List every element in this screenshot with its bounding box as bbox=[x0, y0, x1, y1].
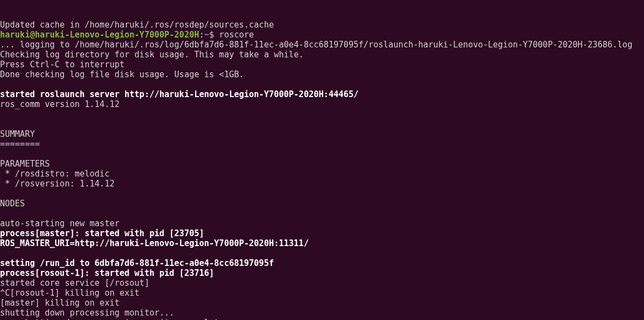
output-line: * /rosdistro: melodic bbox=[0, 169, 110, 179]
output-line: [master] killing on exit bbox=[0, 298, 120, 308]
output-line: * /rosversion: 1.14.12 bbox=[0, 179, 115, 189]
output-line: ======== bbox=[0, 139, 40, 149]
output-line: Done checking log file disk usage. Usage… bbox=[0, 70, 244, 79]
output-line: ... shutting down processing monitor com… bbox=[0, 318, 224, 320]
output-line: ^C[rosout-1] killing on exit bbox=[0, 288, 139, 298]
output-line: ros_comm version 1.14.12 bbox=[0, 99, 120, 109]
prompt-sep: : bbox=[199, 30, 204, 40]
output-line-bold: process[rosout-1]: started with pid [237… bbox=[0, 268, 214, 278]
output-line: Press Ctrl-C to interrupt bbox=[0, 60, 125, 70]
prompt-end: $ bbox=[209, 30, 219, 40]
output-line-bold: setting /run_id to 6dbfa7d6-881f-11ec-a0… bbox=[0, 258, 274, 268]
command-input: roscore bbox=[219, 30, 254, 40]
output-line-bold: ROS_MASTER_URI=http://haruki-Lenovo-Legi… bbox=[0, 238, 309, 248]
output-line: auto-starting new master bbox=[0, 218, 120, 228]
output-line: NODES bbox=[0, 199, 25, 209]
prompt-user: haruki@haruki-Lenovo-Legion-Y7000P-2020H bbox=[0, 30, 199, 40]
output-line: ... logging to /home/haruki/.ros/log/6db… bbox=[0, 40, 632, 50]
terminal-output[interactable]: Updated cache in /home/haruki/.ros/rosde… bbox=[0, 20, 644, 320]
output-line: Checking log directory for disk usage. T… bbox=[0, 50, 304, 60]
output-line: PARAMETERS bbox=[0, 159, 50, 169]
output-line-bold: started roslaunch server http://haruki-L… bbox=[0, 89, 358, 99]
prompt-path: ~ bbox=[204, 30, 209, 40]
output-line: started core service [/rosout] bbox=[0, 278, 149, 288]
output-line-bold: process[master]: started with pid [23705… bbox=[0, 228, 204, 238]
output-line: SUMMARY bbox=[0, 129, 35, 139]
output-line: Updated cache in /home/haruki/.ros/rosde… bbox=[0, 20, 274, 30]
output-line: shutting down processing monitor... bbox=[0, 308, 174, 318]
